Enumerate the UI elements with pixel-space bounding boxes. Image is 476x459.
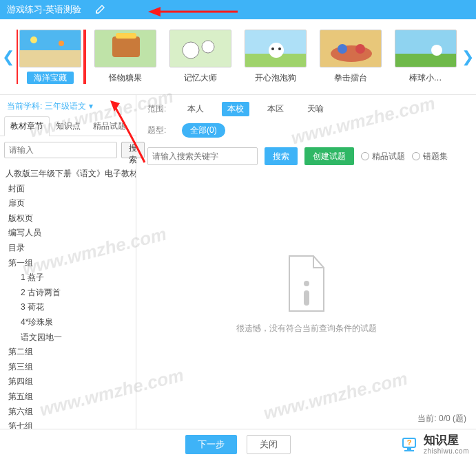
game-carousel: ❮ 海洋宝藏 怪物糖果 记忆大师 开心泡泡狗 [0,19,476,95]
svg-point-18 [331,45,372,62]
svg-point-19 [338,44,347,54]
close-button[interactable]: 关闭 [247,435,291,454]
tree-item[interactable]: 第一组 [6,256,130,271]
scope-self[interactable]: 本人 [182,102,209,116]
filter-premium-checkbox[interactable]: 精品试题 [361,151,405,162]
svg-point-11 [202,41,214,53]
sidebar-tabs: 教材章节 知识点 精品试题 [0,116,136,136]
game-card-monster-candy[interactable]: 怪物糖果 [94,30,157,84]
footer: 下一步 关闭 ? 知识屋 zhishiwu.com [0,429,476,459]
scope-district[interactable]: 本区 [262,102,289,116]
game-thumb [19,30,81,67]
titlebar: 游戏练习-英语测验 [0,0,476,19]
radio-icon [412,152,420,160]
game-card-label: 拳击擂台 [334,72,367,84]
svg-point-10 [183,42,199,58]
game-card-memory-master[interactable]: 记忆大师 [169,30,232,84]
tree-item[interactable]: 第五组 [6,389,130,405]
svg-point-25 [304,281,309,286]
tree-item[interactable]: 2 古诗两首 [6,286,130,301]
type-all[interactable]: 全部(0) [182,123,225,138]
svg-rect-29 [407,447,411,450]
tab-textbook-chapter[interactable]: 教材章节 [4,116,50,136]
svg-rect-21 [395,30,456,54]
svg-point-5 [59,41,64,46]
tree-item[interactable]: 1 燕子 [6,270,130,286]
tree-item[interactable]: 编写人员 [6,226,130,241]
tree-item[interactable]: 第二组 [6,345,130,360]
filter-scope-row: 范围: 本人 本校 本区 天喻 [147,102,465,116]
main-search-input[interactable] [147,147,258,165]
carousel-prev-button[interactable]: ❮ [0,19,17,94]
svg-rect-2 [20,30,81,50]
svg-rect-7 [112,36,140,57]
textbook-tree[interactable]: 人教版三年级下册《语文》电子教材 封面扉页版权页编写人员目录第一组1 燕子2 古… [0,164,136,429]
svg-point-16 [278,47,281,50]
create-question-button[interactable]: 创建试题 [304,147,354,165]
tree-item[interactable]: 3 荷花 [6,300,130,315]
game-card-ocean-treasure[interactable]: 海洋宝藏 [19,30,82,84]
brand-icon: ? [399,434,420,455]
main-search-button[interactable]: 搜索 [265,147,298,165]
tab-knowledge-point[interactable]: 知识点 [50,116,87,136]
window-title: 游戏练习-英语测验 [7,3,81,16]
svg-point-14 [269,43,284,58]
sidebar-search-row: 搜索 [0,136,136,164]
carousel-cards: 海洋宝藏 怪物糖果 记忆大师 开心泡泡狗 拳击擂台 [17,30,459,84]
tree-item[interactable]: 第三组 [6,360,130,375]
brand-badge: ? 知识屋 zhishiwu.com [399,434,469,455]
brand-url: zhishiwu.com [424,447,469,455]
game-card-label: 开心泡泡狗 [255,72,296,84]
scope-tianyu[interactable]: 天喻 [302,102,329,116]
svg-rect-30 [404,450,414,451]
svg-rect-22 [395,54,456,67]
chevron-down-icon: ▾ [89,101,93,111]
tree-item[interactable]: 语文园地一 [6,330,130,345]
edit-icon[interactable] [95,3,106,17]
next-button[interactable]: 下一步 [185,435,237,454]
empty-text: 很遗憾，没有符合当前查询条件的试题 [236,323,377,334]
svg-rect-8 [116,33,136,39]
scope-label: 范围: [147,103,169,115]
game-card-label: 记忆大师 [184,72,217,84]
tree-item[interactable]: 版权页 [6,211,130,226]
game-thumb [245,30,307,67]
svg-point-15 [271,47,274,50]
empty-state: 很遗憾，没有符合当前查询条件的试题 [147,165,465,422]
svg-rect-9 [170,30,231,67]
carousel-next-button[interactable]: ❯ [459,19,476,94]
game-card-baseball[interactable]: 棒球小… [394,30,457,84]
tree-item[interactable]: 第四组 [6,374,130,389]
svg-point-20 [355,44,365,54]
tree-root[interactable]: 人教版三年级下册《语文》电子教材 [6,167,130,182]
game-card-boxing-ring[interactable]: 拳击擂台 [319,30,382,84]
type-label: 题型: [147,125,169,136]
tab-premium-questions[interactable]: 精品试题 [87,116,132,136]
svg-text:?: ? [407,438,412,447]
tree-item[interactable]: 第六组 [6,405,130,420]
filter-type-row: 题型: 全部(0) [147,123,465,138]
sidebar: 当前学科: 三年级语文▾ 教材章节 知识点 精品试题 搜索 人教版三年级下册《语… [0,95,136,429]
game-thumb [320,30,382,67]
pager-text: 当前: 0/0 (题) [417,413,466,425]
svg-rect-26 [304,290,309,306]
subject-label: 当前学科: [7,101,42,111]
tree-item[interactable]: 第七组 [6,419,130,429]
subject-selector[interactable]: 当前学科: 三年级语文▾ [0,95,136,116]
radio-icon [361,152,369,160]
tree-item[interactable]: 扉页 [6,196,130,211]
game-card-label: 海洋宝藏 [27,72,74,84]
game-thumb [94,30,156,67]
tree-item[interactable]: 目录 [6,241,130,256]
game-thumb [395,30,457,67]
filter-wrongset-checkbox[interactable]: 错题集 [412,151,448,162]
scope-school[interactable]: 本校 [222,102,249,116]
tree-item[interactable]: 4*珍珠泉 [6,315,130,330]
brand-name: 知识屋 [424,434,469,447]
main-search-row: 搜索 创建试题 精品试题 错题集 [147,147,465,165]
svg-rect-3 [20,50,81,67]
tree-item[interactable]: 封面 [6,182,130,197]
content-area: 当前学科: 三年级语文▾ 教材章节 知识点 精品试题 搜索 人教版三年级下册《语… [0,95,476,429]
game-card-happy-bubble-dog[interactable]: 开心泡泡狗 [244,30,307,84]
sidebar-search-input[interactable] [4,142,117,158]
